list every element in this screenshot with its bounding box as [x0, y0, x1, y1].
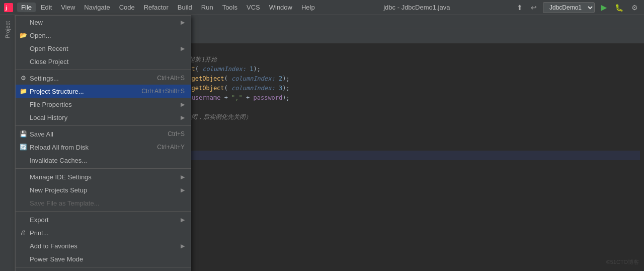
menu-item-reload[interactable]: 🔄 Reload All from Disk Ctrl+Alt+Y — [16, 141, 191, 154]
divider-5 — [16, 267, 191, 267]
local-history-arrow: ▶ — [181, 114, 185, 121]
save-all-shortcut: Ctrl+S — [168, 130, 185, 138]
menu-item-export[interactable]: Export ▶ — [16, 213, 191, 226]
menu-build[interactable]: Build — [174, 3, 196, 12]
menu-item-power-save[interactable]: Power Save Mode — [16, 252, 191, 265]
sidebar-item-project[interactable]: Project — [3, 19, 13, 40]
settings-icon: ⚙ — [19, 75, 28, 82]
open-recent-arrow: ▶ — [181, 45, 185, 52]
debug-button[interactable]: 🐛 — [613, 3, 625, 13]
file-properties-arrow: ▶ — [181, 101, 185, 108]
menu-item-new-projects[interactable]: New Projects Setup ▶ — [16, 183, 191, 196]
divider-4 — [16, 211, 191, 212]
menu-help[interactable]: Help — [297, 3, 319, 12]
toolbar-right: ⬆ ↩ JdbcDemo1 ▶ 🐛 ⚙ — [515, 2, 640, 13]
new-projects-arrow: ▶ — [181, 187, 185, 193]
menu-item-invalidate[interactable]: Invalidate Caches... — [16, 154, 191, 167]
favorites-arrow: ▶ — [181, 243, 185, 249]
run-button[interactable]: ▶ — [599, 2, 609, 13]
settings-btn[interactable]: ⚙ — [629, 3, 640, 13]
sidebar-strip: Project — [0, 15, 15, 271]
watermark: ©51CTO博客 — [606, 258, 639, 266]
menu-item-settings[interactable]: ⚙ Settings... Ctrl+Alt+S — [16, 72, 191, 85]
title-bar: j File Edit View Navigate Code Refactor … — [0, 0, 644, 15]
undo-btn[interactable]: ↩ — [529, 3, 539, 13]
window-title: jdbc - JdbcDemo1.java — [321, 4, 513, 11]
menu-navigate[interactable]: Navigate — [80, 3, 114, 12]
app-logo: j — [4, 3, 13, 12]
menu-view[interactable]: View — [57, 3, 79, 12]
project-structure-icon: 📁 — [19, 88, 28, 95]
print-icon: 🖨 — [19, 229, 28, 236]
menu-edit[interactable]: Edit — [37, 3, 56, 12]
menu-item-open-recent[interactable]: Open Recent ▶ — [16, 42, 191, 55]
menu-item-new[interactable]: New ▶ — [16, 16, 191, 29]
new-arrow: ▶ — [181, 19, 185, 26]
menu-vcs[interactable]: VCS — [243, 3, 264, 12]
reload-icon: 🔄 — [19, 144, 28, 151]
export-arrow: ▶ — [181, 217, 185, 223]
menu-tools[interactable]: Tools — [218, 3, 242, 12]
menu-item-exit[interactable] — [16, 269, 191, 271]
menu-item-save-all[interactable]: 💾 Save All Ctrl+S — [16, 127, 191, 141]
reload-shortcut: Ctrl+Alt+Y — [157, 144, 185, 151]
menu-code[interactable]: Code — [115, 3, 139, 12]
menu-window[interactable]: Window — [265, 3, 296, 12]
menu-item-open[interactable]: 📂 Open... — [16, 29, 191, 42]
divider-2 — [16, 125, 191, 126]
menu-item-add-favorites[interactable]: Add to Favorites ▶ — [16, 239, 191, 252]
menu-bar: File Edit View Navigate Code Refactor Bu… — [17, 0, 319, 15]
divider-1 — [16, 70, 191, 70]
menu-file[interactable]: File — [17, 3, 36, 12]
file-dropdown-menu: New ▶ 📂 Open... Open Recent ▶ Close Proj… — [15, 15, 191, 271]
menu-refactor[interactable]: Refactor — [140, 3, 173, 12]
main-layout: Project New ▶ 📂 Open... Open Recent ▶ Cl… — [0, 15, 644, 271]
svg-text:j: j — [5, 5, 7, 11]
menu-item-project-structure[interactable]: 📁 Project Structure... Ctrl+Alt+Shift+S — [16, 85, 191, 98]
settings-shortcut: Ctrl+Alt+S — [157, 75, 185, 82]
manage-ide-arrow: ▶ — [181, 174, 185, 180]
menu-item-manage-ide[interactable]: Manage IDE Settings ▶ — [16, 170, 191, 183]
divider-3 — [16, 168, 191, 169]
menu-item-local-history[interactable]: Local History ▶ — [16, 111, 191, 124]
vcs-update-btn[interactable]: ⬆ — [515, 3, 525, 13]
menu-item-print[interactable]: 🖨 Print... — [16, 226, 191, 239]
menu-item-close-project[interactable]: Close Project — [16, 55, 191, 68]
menu-item-save-template: Save File as Template... — [16, 196, 191, 210]
open-icon: 📂 — [19, 32, 28, 39]
save-all-icon: 💾 — [19, 130, 28, 138]
menu-run[interactable]: Run — [197, 3, 217, 12]
project-structure-shortcut: Ctrl+Alt+Shift+S — [141, 88, 185, 95]
run-config-selector[interactable]: JdbcDemo1 — [543, 2, 595, 13]
menu-item-file-properties[interactable]: File Properties ▶ — [16, 98, 191, 111]
